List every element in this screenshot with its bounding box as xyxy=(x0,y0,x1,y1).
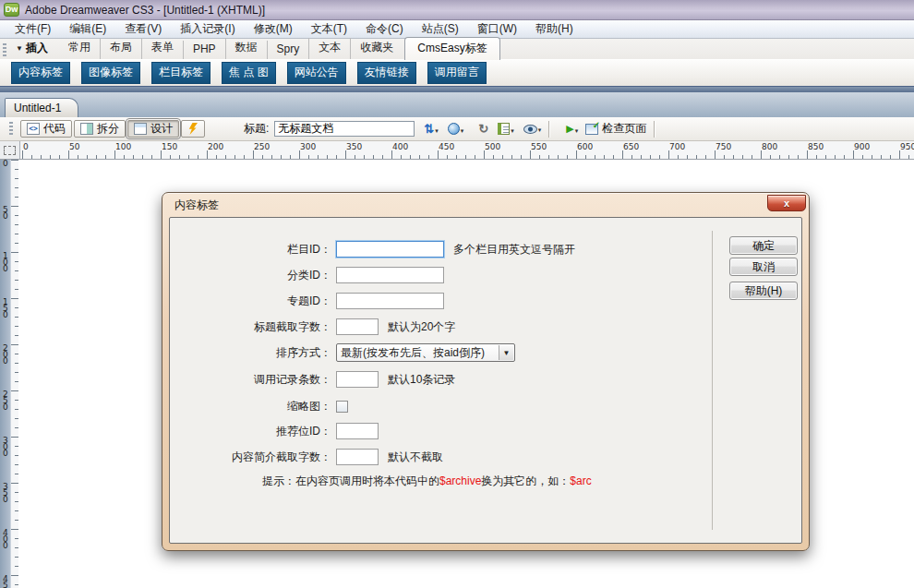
drag-grip-icon[interactable] xyxy=(3,43,6,56)
menu-insert[interactable]: 插入记录(I) xyxy=(171,19,244,39)
ruler-label: 550 xyxy=(531,142,547,151)
record-count-label: 调用记录条数： xyxy=(170,372,331,388)
column-id-input[interactable] xyxy=(336,241,444,258)
menu-text[interactable]: 文本(T) xyxy=(302,19,356,39)
close-button[interactable]: x xyxy=(767,195,806,211)
topic-id-input[interactable] xyxy=(336,293,444,309)
ruler-label: 500 xyxy=(485,142,500,151)
sort-order-select[interactable]: 最新(按发布先后、按aid倒序) ▼ xyxy=(336,343,515,362)
menu-site[interactable]: 站点(S) xyxy=(413,19,468,39)
menu-edit[interactable]: 编辑(E) xyxy=(60,19,115,39)
dialog-tip: 提示：在内容页调用时将本代码中的$archive换为其它的，如：$arc xyxy=(262,474,592,489)
summary-length-label: 内容简介截取字数： xyxy=(170,450,331,465)
eye-icon xyxy=(523,125,537,134)
ok-button[interactable]: 确定 xyxy=(729,236,798,255)
chevron-down-icon: ▼ xyxy=(499,345,513,360)
category-tag-button[interactable]: 栏目标签 xyxy=(151,62,210,84)
tab-php[interactable]: PHP xyxy=(183,41,225,59)
guestbook-button[interactable]: 调用留言 xyxy=(427,62,487,84)
menu-help[interactable]: 帮助(H) xyxy=(526,19,583,39)
file-management-button[interactable]: ⇅ ▾ xyxy=(424,123,438,135)
horizontal-ruler[interactable]: 0501001502002503003504004505005506006507… xyxy=(0,141,914,160)
summary-length-input[interactable] xyxy=(336,449,379,465)
code-view-button[interactable]: 代码 xyxy=(20,120,72,138)
title-field-label: 标题: xyxy=(244,121,269,137)
split-view-label: 拆分 xyxy=(97,121,119,137)
help-button[interactable]: 帮助(H) xyxy=(729,282,798,300)
menu-commands[interactable]: 命令(C) xyxy=(356,19,413,39)
ruler-label: 4 5 0 xyxy=(3,576,8,588)
title-length-label: 标题截取字数： xyxy=(170,319,331,335)
tab-text[interactable]: 文本 xyxy=(308,38,350,59)
tab-spry[interactable]: Spry xyxy=(267,41,309,59)
tab-forms[interactable]: 表单 xyxy=(141,38,183,59)
tab-layout[interactable]: 布局 xyxy=(100,38,141,59)
thumbnail-label: 缩略图： xyxy=(170,399,331,414)
ruler-corner[interactable] xyxy=(0,141,20,159)
image-tag-button[interactable]: 图像标签 xyxy=(81,62,140,84)
thumbnail-checkbox[interactable] xyxy=(336,401,348,413)
menu-file[interactable]: 文件(F) xyxy=(6,19,60,39)
recommend-id-input[interactable] xyxy=(336,423,379,439)
ruler-label: 2 0 0 xyxy=(3,345,8,365)
globe-icon xyxy=(448,123,460,135)
record-count-input[interactable] xyxy=(336,371,379,388)
form-row: 内容简介截取字数： 默认不截取 xyxy=(170,448,443,466)
sort-order-value: 最新(按发布先后、按aid倒序) xyxy=(341,345,485,361)
window-title: Adobe Dreamweaver CS3 - [Untitled-1 (XHT… xyxy=(25,4,265,17)
tab-data[interactable]: 数据 xyxy=(225,38,267,59)
ruler-label: 450 xyxy=(439,142,454,151)
ruler-label: 800 xyxy=(762,142,777,151)
vertical-ruler[interactable]: 05 01 0 01 5 02 0 02 5 03 0 03 5 04 0 04… xyxy=(0,160,18,588)
menu-window[interactable]: 窗口(W) xyxy=(468,19,526,39)
form-row: 专题ID： xyxy=(170,292,444,310)
lightning-icon xyxy=(188,123,198,135)
ruler-label: 3 0 0 xyxy=(3,438,8,457)
title-length-input[interactable] xyxy=(336,318,379,335)
focus-image-button[interactable]: 焦 点 图 xyxy=(222,62,276,84)
cancel-button[interactable]: 取消 xyxy=(729,258,798,276)
ruler-label: 2 5 0 xyxy=(3,391,8,411)
tab-cmseasy-active[interactable]: CmsEasy标签 xyxy=(404,37,499,60)
chevron-down-icon: ▼ xyxy=(16,44,23,53)
document-tab[interactable]: Untitled-1 xyxy=(5,98,78,117)
document-toolbar: 代码 拆分 设计 标题: ⇅ ▾ ▾ ↻ ▾ ▾ xyxy=(0,117,914,141)
refresh-button[interactable]: ↻ xyxy=(478,123,488,135)
ruler-label: 750 xyxy=(716,142,731,151)
dialog-body: 栏目ID： 多个栏目用英文逗号隔开 分类ID： 专题ID： 标题截取字数： 默认… xyxy=(169,217,802,544)
code-navigation-button[interactable]: ▶ ▾ xyxy=(566,123,578,135)
friend-links-button[interactable]: 友情链接 xyxy=(357,62,416,84)
chevron-down-icon: ▾ xyxy=(538,126,542,134)
split-view-button[interactable]: 拆分 xyxy=(74,120,126,138)
view-options-button[interactable]: ▾ xyxy=(498,123,514,135)
tip-code-arc: $arc xyxy=(570,474,591,487)
dialog-title: 内容标签 xyxy=(174,198,219,213)
code-view-icon xyxy=(27,123,40,135)
ruler-label: 850 xyxy=(808,142,824,151)
menu-view[interactable]: 查看(V) xyxy=(115,19,171,39)
insert-bar-menu[interactable]: ▼ 插入 xyxy=(16,41,48,56)
ruler-label: 300 xyxy=(300,142,316,151)
category-id-input[interactable] xyxy=(336,267,444,283)
tab-favorites[interactable]: 收藏夹 xyxy=(350,38,403,59)
form-row: 推荐位ID： xyxy=(170,422,379,440)
design-view-button[interactable]: 设计 xyxy=(127,120,179,138)
app-icon: Dw xyxy=(4,3,19,17)
preview-browser-button[interactable]: ▾ xyxy=(448,123,464,135)
recommend-id-label: 推荐位ID： xyxy=(170,424,331,439)
tab-common[interactable]: 常用 xyxy=(59,38,100,59)
drag-grip-icon[interactable] xyxy=(9,122,13,137)
form-row: 缩略图： xyxy=(170,397,348,415)
document-title-input[interactable] xyxy=(274,121,415,137)
live-data-button[interactable] xyxy=(181,120,205,138)
toolbar-separator xyxy=(654,121,655,138)
ruler-label: 0 xyxy=(3,161,8,167)
ruler-label: 400 xyxy=(392,142,408,151)
check-page-button[interactable]: 检查页面 xyxy=(585,121,646,137)
visual-aids-button[interactable]: ▾ xyxy=(523,125,542,134)
check-page-icon xyxy=(585,124,598,135)
content-tag-button[interactable]: 内容标签 xyxy=(11,62,70,84)
ruler-label: 50 xyxy=(69,142,79,151)
menu-modify[interactable]: 修改(M) xyxy=(245,19,302,39)
site-notice-button[interactable]: 网站公告 xyxy=(287,62,346,84)
